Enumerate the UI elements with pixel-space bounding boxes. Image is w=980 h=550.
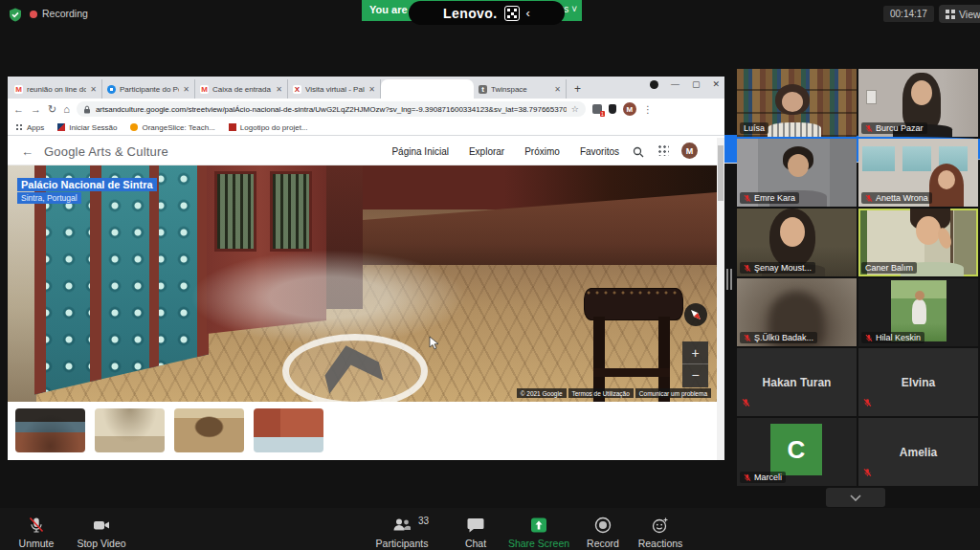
back-arrow-icon[interactable]: ←: [21, 144, 33, 159]
participant-tile-marceli[interactable]: C Marceli: [737, 418, 857, 486]
participant-tile-senay[interactable]: Şenay Moust...: [737, 209, 857, 276]
participant-tile-emre[interactable]: Emre Kara: [737, 139, 857, 207]
page-url: artsandculture.google.com/streetview/pal…: [96, 105, 567, 114]
tab-palacio-nacional-active[interactable]: PALÁCIO NACIONAL |✕: [381, 79, 474, 99]
forward-icon[interactable]: →: [31, 104, 41, 115]
nav-favoritos[interactable]: Favoritos: [580, 146, 619, 157]
participant-tile-hilal[interactable]: Hilal Keskin: [858, 278, 978, 346]
bookmark-orangeslice[interactable]: OrangeSlice: Teach...: [130, 123, 214, 132]
scene-thumbnail[interactable]: [95, 408, 165, 452]
participant-tile-elvina[interactable]: Elvina: [858, 348, 978, 416]
twinspace-icon: t: [479, 85, 487, 94]
recording-indicator-icon: [30, 11, 37, 18]
scene-thumbnail[interactable]: [254, 408, 323, 452]
close-tab-icon[interactable]: ✕: [368, 85, 375, 94]
zoom-out-button[interactable]: −: [682, 364, 708, 386]
terms-link[interactable]: Termos de Utilização: [568, 388, 634, 398]
tab-participante[interactable]: Participante do Post -✕: [102, 79, 195, 99]
report-problem-link[interactable]: Comunicar um problema: [635, 388, 711, 398]
stop-video-button[interactable]: Stop Video: [58, 516, 145, 549]
participant-tile-luisa[interactable]: Luísa: [737, 69, 857, 137]
muted-mic-icon: [865, 194, 873, 203]
nav-explorar[interactable]: Explorar: [469, 146, 504, 157]
close-tab-icon[interactable]: ✕: [276, 85, 282, 94]
door-window: [214, 171, 256, 252]
muted-mic-icon: [863, 468, 872, 477]
new-tab-button[interactable]: +: [574, 83, 581, 95]
close-tab-icon[interactable]: ✕: [183, 85, 189, 94]
home-icon[interactable]: ⌂: [63, 104, 70, 115]
scene-thumbnail[interactable]: [174, 408, 244, 452]
compass-icon[interactable]: [684, 303, 707, 326]
muted-mic-icon: [744, 194, 751, 203]
panel-divider-handle[interactable]: [726, 269, 733, 290]
collapse-chevron-icon[interactable]: ‹: [526, 6, 530, 20]
pin-extension-icon[interactable]: [609, 104, 616, 114]
page-scrollbar[interactable]: [717, 138, 724, 460]
bookmark-apps[interactable]: Apps: [15, 123, 44, 132]
wooden-stool: [584, 288, 683, 402]
bookmark-star-icon[interactable]: ☆: [571, 104, 579, 114]
arts-culture-logo[interactable]: Google Arts & Culture: [44, 144, 168, 159]
bookmarks-bar: Apps Iniciar Sessão OrangeSlice: Teach..…: [8, 120, 724, 135]
minimize-button[interactable]: —: [671, 79, 679, 89]
participant-grid: Luísa Burcu Pazar Emre Kara Anetta Wrona…: [737, 69, 978, 486]
browser-tab-bar: Mreunião on line do pr...✕ Participante …: [8, 77, 724, 99]
muted-mic-icon: [744, 264, 751, 273]
street-view-viewport[interactable]: + − Palácio Nacional de Sintra Sintra, P…: [8, 165, 717, 402]
lock-icon: [83, 105, 91, 114]
back-icon[interactable]: ←: [13, 104, 24, 115]
scrollbar-thumb[interactable]: [718, 145, 724, 201]
google-apps-icon[interactable]: [657, 144, 669, 156]
tab-visita-virtual[interactable]: XVisita virtual - Paláci...✕: [288, 79, 381, 99]
location-title: Palácio Nacional de Sintra: [17, 178, 157, 191]
tab-caixa-entrada[interactable]: MCaixa de entrada (15...✕: [195, 79, 288, 99]
maximize-button[interactable]: ▢: [692, 79, 701, 89]
participant-name: Hilal Keskin: [876, 333, 921, 342]
search-icon[interactable]: [633, 144, 644, 162]
nav-proximo[interactable]: Próximo: [524, 146, 560, 157]
participant-tile-anetta[interactable]: Anetta Wrona: [858, 139, 978, 207]
participant-tile-ulku[interactable]: Ş.Ülkü Badak...: [737, 278, 857, 346]
participant-tile-burcu[interactable]: Burcu Pazar: [858, 69, 978, 137]
reload-icon[interactable]: ↻: [48, 104, 56, 115]
reactions-smiley-icon: [651, 516, 670, 535]
close-tab-icon[interactable]: ✕: [554, 85, 561, 94]
address-omnibox[interactable]: artsandculture.google.com/streetview/pal…: [77, 101, 586, 117]
bookmark-iniciar-sessao[interactable]: Iniciar Sessão: [57, 123, 117, 132]
participant-tile-hakan[interactable]: Hakan Turan: [737, 348, 857, 416]
browser-profile-avatar[interactable]: M: [623, 102, 636, 116]
account-avatar[interactable]: M: [681, 143, 698, 159]
bookmark-logotipo[interactable]: Logotipo do projet...: [229, 123, 308, 132]
reactions-button[interactable]: Reactions: [617, 516, 703, 549]
security-shield-icon[interactable]: [9, 8, 22, 26]
scroll-participants-down-button[interactable]: [826, 488, 885, 507]
map-credits: © 2021 Google Termos de Utilização Comun…: [517, 388, 711, 398]
view-button[interactable]: View: [939, 5, 980, 23]
participants-label: Participants: [376, 538, 429, 549]
chat-bubble-icon: [466, 516, 485, 535]
participant-name: Caner Balım: [865, 263, 913, 273]
participant-tile-amelia[interactable]: Amelia: [858, 418, 978, 486]
floor-light-reflection: [189, 250, 467, 345]
apps-grid-icon: [15, 123, 23, 131]
zoom-in-button[interactable]: +: [682, 341, 708, 364]
scene-thumbnail[interactable]: [15, 408, 85, 452]
close-window-button[interactable]: ✕: [712, 79, 720, 89]
nav-pagina-inicial[interactable]: Página Inicial: [391, 146, 448, 157]
browser-menu-icon[interactable]: ⋮: [643, 104, 653, 115]
browser-url-bar: ← → ↻ ⌂ artsandculture.google.com/street…: [8, 99, 724, 120]
participants-count: 33: [418, 516, 429, 526]
extension-icon[interactable]: 1: [592, 104, 602, 114]
participant-tile-caner-active-speaker[interactable]: Caner Balım: [858, 209, 978, 276]
tab-twinspace[interactable]: tTwinspace✕: [474, 79, 567, 99]
etwinning-icon: X: [293, 85, 301, 94]
record-label: Record: [587, 538, 619, 549]
tab-gmail-reuniao[interactable]: Mreunião on line do pr...✕: [10, 79, 102, 99]
muted-mic-icon: [742, 398, 750, 407]
view-label: View: [959, 9, 980, 20]
participant-name: Burcu Pazar: [876, 123, 924, 133]
window-profile-icon[interactable]: [650, 80, 658, 89]
close-tab-icon[interactable]: ✕: [90, 85, 97, 94]
muted-mic-icon: [744, 473, 751, 482]
